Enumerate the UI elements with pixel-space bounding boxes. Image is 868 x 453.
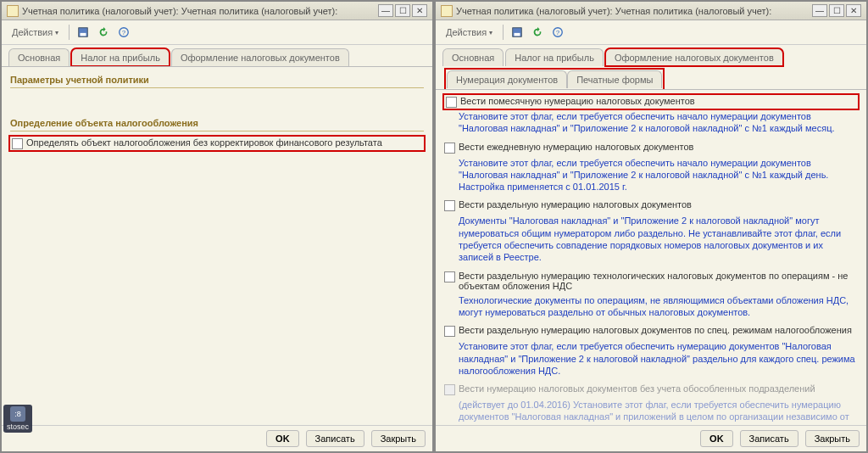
- content-left: Параметры учетной политики Определение о…: [2, 66, 432, 425]
- checkbox-monthly[interactable]: [446, 97, 457, 108]
- checkbox-daily[interactable]: [444, 143, 455, 154]
- svg-text:?: ?: [556, 29, 560, 36]
- footer: OK Записать Закрыть: [436, 425, 866, 451]
- desc-daily: Установите этот флаг, если требуется обе…: [444, 155, 858, 199]
- refresh-icon[interactable]: [529, 24, 546, 41]
- chk-label-object: Определять объект налогообложения без ко…: [26, 137, 382, 148]
- svg-rect-1: [81, 33, 86, 36]
- ok-button[interactable]: OK: [700, 430, 733, 447]
- checkbox-spec[interactable]: [444, 326, 455, 337]
- chk-row-object: Определять объект налогообложения без ко…: [10, 137, 424, 150]
- actions-menu[interactable]: Действия: [7, 25, 64, 39]
- checkbox-tech[interactable]: [444, 271, 455, 282]
- window-left: Учетная политика (налоговый учет): Учетн…: [1, 1, 433, 452]
- watermark-text: stosec: [5, 422, 31, 431]
- titlebar: Учетная политика (налоговый учет): Учетн…: [436, 2, 866, 20]
- ok-button[interactable]: OK: [266, 430, 299, 447]
- desc-subdiv: (действует до 01.04.2016) Установите это…: [444, 397, 858, 425]
- chk-label-tech: Вести раздельную нумерацию технологическ…: [459, 271, 858, 291]
- app-icon: [7, 5, 19, 17]
- chk-label-spec: Вести раздельную нумерацию налоговых док…: [459, 325, 852, 335]
- tab-docs[interactable]: Оформление налоговых документов: [171, 48, 349, 66]
- checkbox-object[interactable]: [12, 138, 23, 149]
- checkbox-separate[interactable]: [444, 200, 455, 211]
- maximize-button[interactable]: ☐: [829, 4, 844, 17]
- chk-row-tech: Вести раздельную нумерацию технологическ…: [444, 269, 858, 293]
- content-right: Вести помесячную нумерацию налоговых док…: [436, 89, 866, 425]
- watermark: :8 stosec: [3, 405, 32, 433]
- svg-rect-5: [515, 33, 520, 36]
- chk-row-daily: Вести ежедневную нумерацию налоговых док…: [444, 140, 858, 155]
- minimize-button[interactable]: —: [812, 4, 827, 17]
- save-button[interactable]: Записать: [306, 430, 364, 447]
- section-params: Параметры учетной политики: [10, 72, 424, 88]
- window-title: Учетная политика (налоговый учет): Учетн…: [22, 6, 378, 16]
- window-title: Учетная политика (налоговый учет): Учетн…: [456, 6, 812, 16]
- chk-label-daily: Вести ежедневную нумерацию налоговых док…: [459, 142, 693, 152]
- chk-row-separate: Вести раздельную нумерацию налоговых док…: [444, 198, 858, 213]
- footer: OK Записать Закрыть: [2, 425, 432, 451]
- refresh-icon[interactable]: [95, 24, 112, 41]
- checkbox-subdiv: [444, 384, 455, 395]
- tab-tax[interactable]: Налог на прибыль: [71, 48, 170, 66]
- toolbar: Действия ?: [436, 20, 866, 45]
- chk-row-spec: Вести раздельную нумерацию налоговых док…: [444, 323, 858, 338]
- desc-tech: Технологические документы по операциям, …: [444, 293, 858, 324]
- desc-monthly: Установите этот флаг, если требуется обе…: [444, 109, 858, 140]
- desc-separate: Документы "Налоговая накладная" и "Прило…: [444, 213, 858, 268]
- tab-tax[interactable]: Налог на прибыль: [505, 48, 604, 66]
- maximize-button[interactable]: ☐: [395, 4, 410, 17]
- toolbar-separator: [503, 25, 504, 40]
- toolbar: Действия ?: [2, 20, 432, 45]
- close-button[interactable]: ✕: [846, 4, 861, 17]
- desc-spec: Установите этот флаг, если требуется обе…: [444, 338, 858, 382]
- help-icon[interactable]: ?: [549, 24, 566, 41]
- save-icon[interactable]: [75, 24, 92, 41]
- svg-text:?: ?: [122, 29, 126, 36]
- chk-row-subdiv: Вести нумерацию налоговых документов без…: [444, 382, 858, 397]
- toolbar-separator: [69, 25, 70, 40]
- tab-docs[interactable]: Оформление налоговых документов: [605, 48, 783, 66]
- sub-tabs: Нумерация документов Печатные формы: [436, 66, 866, 89]
- minimize-button[interactable]: —: [378, 4, 393, 17]
- tab-main[interactable]: Основная: [442, 48, 504, 66]
- app-icon: [441, 5, 453, 17]
- save-icon[interactable]: [509, 24, 526, 41]
- window-controls: — ☐ ✕: [812, 4, 861, 17]
- actions-menu[interactable]: Действия: [441, 25, 498, 39]
- section-object: Определение объекта налогообложения: [10, 115, 424, 131]
- save-button[interactable]: Записать: [740, 430, 798, 447]
- watermark-icon: :8: [10, 406, 25, 422]
- chk-row-monthly: Вести помесячную нумерацию налоговых док…: [444, 95, 858, 109]
- chk-label-separate: Вести раздельную нумерацию налоговых док…: [459, 199, 692, 210]
- window-controls: — ☐ ✕: [378, 4, 427, 17]
- tabs-left: Основная Налог на прибыль Оформление нал…: [2, 45, 432, 66]
- close-footer-button[interactable]: Закрыть: [805, 430, 860, 447]
- help-icon[interactable]: ?: [115, 24, 132, 41]
- chk-label-subdiv: Вести нумерацию налоговых документов без…: [459, 383, 815, 394]
- window-right: Учетная политика (налоговый учет): Учетн…: [435, 1, 867, 452]
- tab-main[interactable]: Основная: [8, 48, 70, 66]
- close-footer-button[interactable]: Закрыть: [371, 430, 426, 447]
- close-button[interactable]: ✕: [412, 4, 427, 17]
- subtab-print[interactable]: Печатные формы: [567, 70, 662, 88]
- titlebar: Учетная политика (налоговый учет): Учетн…: [2, 2, 432, 20]
- subtab-numbering[interactable]: Нумерация документов: [447, 70, 567, 88]
- chk-label-monthly: Вести помесячную нумерацию налоговых док…: [460, 96, 695, 106]
- tabs-right: Основная Налог на прибыль Оформление нал…: [436, 45, 866, 66]
